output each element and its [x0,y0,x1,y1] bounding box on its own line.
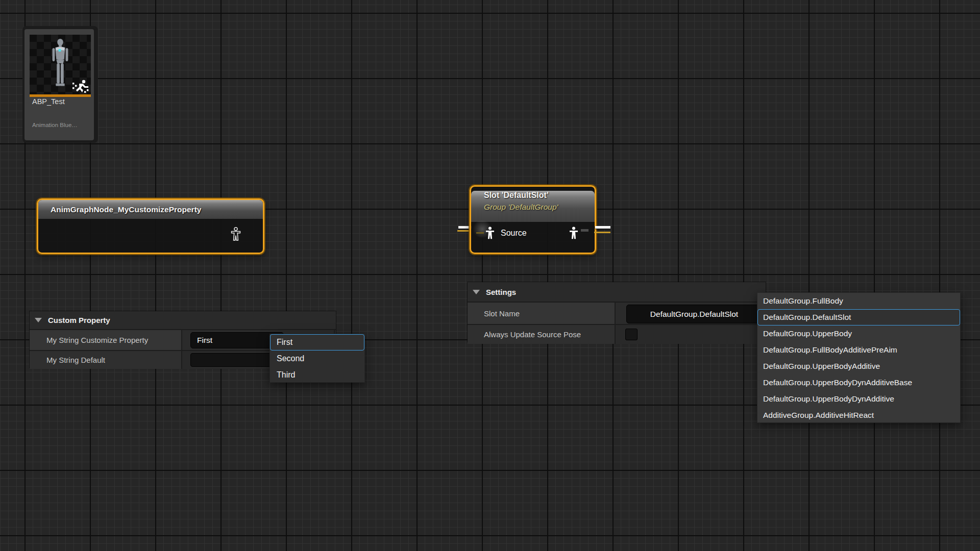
pose-pin-output-icon[interactable] [569,227,578,239]
always-update-source-pose-checkbox[interactable] [625,329,638,340]
property-row-slot-name: Slot Name DefaultGroup.DefaultSlot [468,302,766,324]
property-value-cell: DefaultGroup.DefaultSlot [615,303,766,324]
collapse-triangle-icon[interactable] [35,318,42,322]
anim-runner-badge-icon [71,79,90,93]
node-header[interactable]: Slot 'DefaultSlot' Group 'DefaultGroup' [471,191,595,222]
panel-header-label: Custom Property [48,316,110,324]
property-label: Slot Name [468,303,615,324]
property-label: My String Customize Property [30,330,181,350]
slot-name-dropdown-list: DefaultGroup.FullBody DefaultGroup.Defau… [757,292,961,423]
mannequin-figure-icon [45,37,75,91]
dropdown-option[interactable]: AdditiveGroup.AdditiveHitReact [757,407,960,423]
pose-pin-input-icon[interactable] [485,227,495,239]
property-label: Always Update Source Pose [468,325,615,344]
dropdown-option[interactable]: Third [270,367,364,383]
pose-wire-right-white [595,226,610,229]
node-header[interactable]: AnimGraphNode_MyCustomizeProperty [38,200,263,219]
asset-type-color-stripe [30,94,91,97]
property-value-cell [615,325,766,344]
pin-connector-right [581,229,589,232]
node-title: Slot 'DefaultSlot' [484,191,595,200]
column-divider [181,330,182,350]
dropdown-option[interactable]: DefaultGroup.UpperBodyDynAdditiveBase [757,374,960,391]
custom-property-header-row[interactable]: Custom Property [30,311,336,329]
asset-title: ABP_Test [32,97,92,106]
dropdown-option-selected[interactable]: First [270,334,364,350]
property-row-always-update-source-pose: Always Update Source Pose [468,324,766,344]
dropdown-option-selected[interactable]: DefaultGroup.DefaultSlot [757,309,960,325]
combobox-value: DefaultGroup.DefaultSlot [627,310,769,319]
property-label: My String Default [30,351,181,369]
asset-thumbnail[interactable] [30,35,91,94]
settings-panel: Settings Slot Name DefaultGroup.DefaultS… [468,282,766,342]
pose-pin-outline-icon[interactable] [230,227,241,241]
source-pin-label: Source [501,229,527,238]
collapse-triangle-icon[interactable] [473,290,480,294]
dropdown-option[interactable]: DefaultGroup.FullBodyAdditivePreAim [757,342,960,358]
dropdown-option[interactable]: Second [270,350,364,367]
dropdown-option[interactable]: DefaultGroup.UpperBody [757,325,960,342]
panel-header-label: Settings [486,288,516,296]
custom-property-dropdown-list: First Second Third [270,334,365,383]
node-subtitle: Group 'DefaultGroup' [484,203,595,212]
settings-header-row[interactable]: Settings [468,282,766,302]
pose-wire-left-yellow [457,230,470,232]
column-divider [181,351,182,369]
dropdown-option[interactable]: DefaultGroup.UpperBodyAdditive [757,358,960,374]
node-slot-defaultslot[interactable]: Slot 'DefaultSlot' Group 'DefaultGroup' … [470,185,596,254]
pin-connector-left [476,232,484,234]
pose-wire-right-yellow [594,232,610,233]
node-animgraphnode-mycustomizeproperty[interactable]: AnimGraphNode_MyCustomizeProperty [37,198,264,254]
asset-card[interactable]: ABP_Test Animation Blue… [24,29,94,140]
column-divider [615,325,616,344]
blueprint-graph-canvas[interactable]: ABP_Test Animation Blue… AnimGraphNode_M… [0,0,980,551]
node-title: AnimGraphNode_MyCustomizeProperty [51,205,201,214]
slot-name-combobox[interactable]: DefaultGroup.DefaultSlot [626,305,769,323]
asset-type-label: Animation Blue… [32,122,92,128]
dropdown-option[interactable]: DefaultGroup.UpperBodyDynAdditive [757,391,960,407]
column-divider [615,303,616,324]
dropdown-option[interactable]: DefaultGroup.FullBody [757,293,960,309]
